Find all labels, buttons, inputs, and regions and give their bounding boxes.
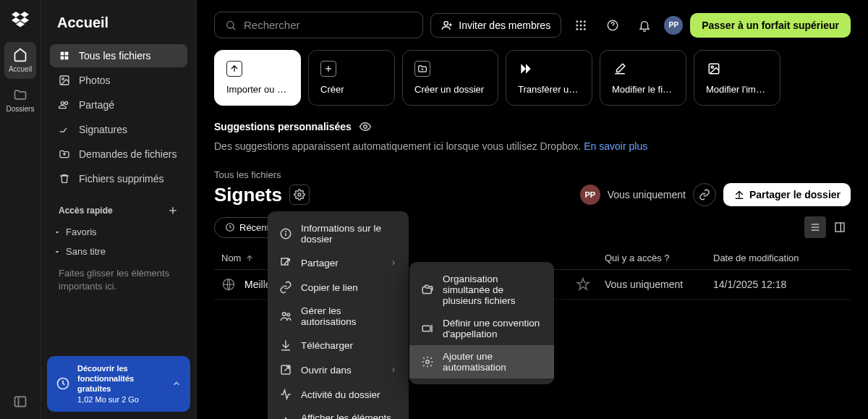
sidebar-item-deleted[interactable]: Fichiers supprimés [50, 167, 187, 190]
transfer-icon [518, 61, 534, 77]
submenu-organize-multiple[interactable]: Organisation simultanée de plusieurs fic… [409, 268, 554, 312]
card-transfer[interactable]: Transférer une … [506, 50, 592, 106]
sidebar: Accueil Tous les fichiers Photos Partagé… [41, 0, 197, 419]
sidebar-label: Fichiers supprimés [79, 173, 163, 185]
menu-download[interactable]: Télécharger [268, 333, 409, 357]
drag-hint: Faites glisser les éléments importants i… [50, 261, 187, 299]
submenu-naming-convention[interactable]: Définir une convention d'appellation [409, 312, 554, 345]
svg-point-14 [576, 20, 578, 22]
external-icon [279, 363, 292, 376]
card-create[interactable]: Créer [308, 50, 395, 106]
rail-home-label: Accueil [9, 65, 32, 73]
list-view-button[interactable] [804, 216, 826, 238]
copy-link-button[interactable] [693, 183, 716, 206]
suggestions-header: Suggestions personnalisées [214, 120, 851, 133]
help-icon [606, 19, 619, 32]
menu-manage-permissions[interactable]: Gérer les autorisations [268, 300, 409, 333]
rename-icon [421, 322, 434, 335]
search-box[interactable] [214, 12, 423, 38]
link-icon [699, 189, 710, 200]
sidebar-item-file-requests[interactable]: Demandes de fichiers [50, 143, 187, 166]
menu-open-in[interactable]: Ouvrir dans [268, 357, 409, 382]
plus-icon [320, 61, 336, 77]
card-label: Modifier l'image [706, 84, 768, 95]
promo-title: Découvrir les fonctionnalités gratuites [77, 363, 166, 394]
dropbox-logo-icon [12, 10, 29, 27]
info-icon [279, 227, 292, 240]
photo-icon [59, 75, 70, 86]
sidebar-label: Demandes de fichiers [79, 148, 176, 160]
add-icon[interactable] [167, 205, 179, 216]
clock-icon [56, 376, 70, 391]
sidebar-item-signatures[interactable]: Signatures [50, 118, 187, 141]
column-date[interactable]: Date de modification [713, 253, 843, 263]
svg-rect-5 [65, 56, 69, 60]
menu-show-pinned[interactable]: Afficher les éléments épinglés [268, 407, 409, 419]
rail-folders[interactable]: Dossiers [4, 82, 36, 119]
card-edit-image[interactable]: Modifier l'image [694, 50, 780, 106]
tree-favorites[interactable]: Favoris [50, 222, 187, 242]
column-access[interactable]: Qui y a accès ? [605, 253, 713, 263]
share-label: Partager le dossier [749, 189, 841, 200]
svg-point-30 [711, 66, 713, 68]
menu-folder-info[interactable]: Informations sur le dossier [268, 217, 409, 250]
apps-button[interactable] [569, 13, 593, 38]
people-icon [279, 310, 292, 323]
svg-rect-3 [65, 52, 69, 56]
help-button[interactable] [600, 13, 625, 38]
menu-activity[interactable]: Activité du dossier [268, 382, 409, 407]
menu-share[interactable]: Partager [268, 250, 409, 275]
card-label: Créer un dossier [414, 84, 486, 95]
sidebar-item-all-files[interactable]: Tous les fichiers [50, 44, 187, 67]
breadcrumb[interactable]: Tous les fichiers [214, 169, 851, 180]
svg-line-12 [233, 27, 235, 30]
bell-icon [638, 19, 651, 32]
signature-icon [59, 124, 70, 135]
user-avatar[interactable]: PP [664, 16, 683, 35]
grid-icon [574, 19, 587, 32]
suggestions-text: Des suggestions apparaissent automatique… [214, 140, 851, 152]
share-folder-button[interactable]: Partager le dossier [723, 183, 851, 206]
card-edit-file[interactable]: Modifier le fichi… [600, 50, 686, 106]
invite-members-button[interactable]: Inviter des membres [430, 13, 561, 38]
rail-home[interactable]: Accueil [4, 42, 36, 79]
chevron-down-icon [53, 247, 61, 256]
learn-more-link[interactable]: En savoir plus [584, 140, 647, 152]
sidebar-title: Accueil [50, 0, 187, 44]
download-icon [279, 339, 292, 352]
sidebar-item-photos[interactable]: Photos [50, 69, 187, 92]
suggestions-title: Suggestions personnalisées [214, 121, 352, 132]
sidebar-item-shared[interactable]: Partagé [50, 93, 187, 117]
menu-copy-link[interactable]: Copier le lien [268, 275, 409, 300]
chevron-right-icon [390, 366, 397, 373]
list-icon [809, 221, 821, 233]
svg-point-19 [584, 24, 586, 26]
image-icon [706, 61, 722, 77]
upgrade-button[interactable]: Passer à un forfait supérieur [690, 13, 851, 38]
star-icon[interactable] [576, 277, 590, 292]
owner-avatar[interactable]: PP [580, 185, 600, 205]
tree-label: Sans titre [66, 246, 106, 257]
tree-untitled[interactable]: Sans titre [50, 242, 187, 261]
folder-settings-button[interactable] [289, 185, 310, 205]
card-label: Transférer une … [518, 84, 580, 95]
grid-view-button[interactable] [829, 216, 851, 238]
card-create-folder[interactable]: Créer un dossier [402, 50, 498, 106]
folder-icon [13, 88, 27, 102]
chevron-down-icon [53, 228, 61, 237]
action-cards: Importer ou dé… Créer Créer un dossier T… [214, 50, 851, 106]
eye-icon[interactable] [359, 120, 372, 133]
search-input[interactable] [244, 19, 412, 31]
panel-toggle[interactable] [13, 394, 27, 409]
card-label: Modifier le fichi… [612, 84, 674, 95]
submenu-add-automation[interactable]: Ajouter une automatisation [409, 345, 554, 378]
svg-point-46 [287, 313, 290, 316]
notifications-button[interactable] [632, 13, 657, 38]
file-request-icon [59, 148, 70, 160]
promo-banner[interactable]: Découvrir les fonctionnalités gratuites … [47, 356, 190, 412]
shared-icon [59, 99, 70, 111]
svg-point-17 [576, 24, 578, 26]
gear-icon [294, 189, 305, 200]
svg-rect-0 [15, 397, 26, 406]
card-upload[interactable]: Importer ou dé… [214, 50, 301, 106]
